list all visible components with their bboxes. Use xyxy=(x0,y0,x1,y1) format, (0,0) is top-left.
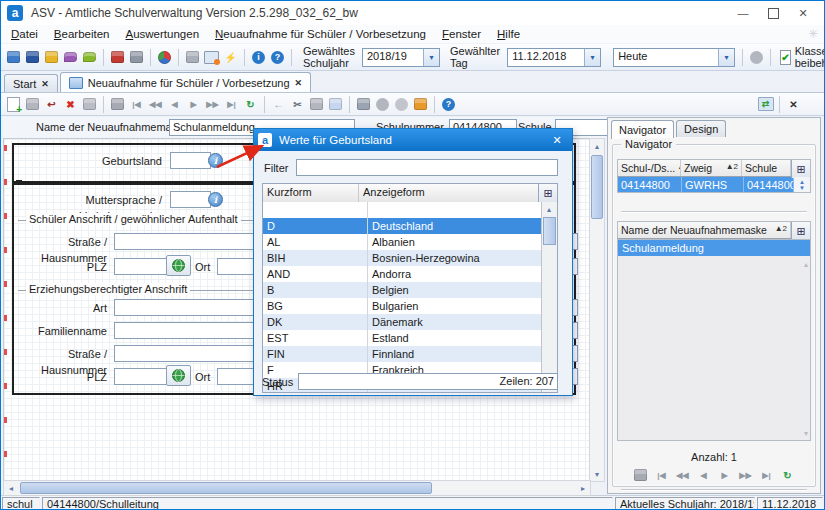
help-icon[interactable]: ? xyxy=(269,49,286,65)
classes-icon[interactable] xyxy=(24,49,41,65)
scroll-up-icon[interactable]: ▴ xyxy=(804,260,808,269)
new-record-icon[interactable] xyxy=(5,96,22,112)
scroll-down-icon[interactable]: ▾ xyxy=(804,429,808,438)
info-icon[interactable]: i xyxy=(250,49,267,65)
nav-prev-icon[interactable]: ◀ xyxy=(166,96,183,112)
plz-lookup-button[interactable] xyxy=(166,255,191,276)
nav-fast-next-icon[interactable]: ▶▶ xyxy=(737,467,754,483)
undo-icon[interactable]: ↩ xyxy=(43,96,60,112)
dialog-close-button[interactable]: ✕ xyxy=(546,134,568,147)
plz2-field[interactable] xyxy=(114,368,169,385)
spin-down-icon[interactable]: ▼ xyxy=(799,185,805,191)
country-row[interactable]: ANDAndorra xyxy=(263,266,542,282)
nav-last-icon[interactable]: ▶| xyxy=(758,467,775,483)
dialog-scroll-thumb[interactable] xyxy=(543,217,556,245)
copy-pages-icon[interactable] xyxy=(184,49,201,65)
country-row[interactable]: BIHBosnien-Herzegowina xyxy=(263,250,542,266)
nav-first-icon[interactable]: |◀ xyxy=(653,467,670,483)
scroll-right-icon[interactable]: ▸ xyxy=(576,481,590,495)
close-button[interactable]: ✕ xyxy=(788,2,818,24)
tab-neuaufnahme[interactable]: Neuaufnahme für Schüler / Vorbesetzung ✕ xyxy=(60,72,311,92)
country-row[interactable]: ALAlbanien xyxy=(263,234,542,250)
country-row[interactable]: BGBulgarien xyxy=(263,298,542,314)
schuljahr-combo[interactable]: 2018/19 ▾ xyxy=(362,48,440,67)
discard-icon[interactable] xyxy=(81,96,98,112)
chat-bubble-purple-icon[interactable] xyxy=(62,49,79,65)
help-icon[interactable]: ? xyxy=(440,96,457,112)
minimize-button[interactable]: — xyxy=(728,2,758,24)
pie-chart-icon[interactable] xyxy=(156,49,173,65)
nav-first-icon[interactable]: |◀ xyxy=(128,96,145,112)
bell-icon[interactable] xyxy=(748,49,765,65)
close-panel-icon[interactable]: ✕ xyxy=(785,96,802,112)
country-row[interactable]: BBelgien xyxy=(263,282,542,298)
chevron-down-icon[interactable]: ▾ xyxy=(584,49,600,66)
close-icon[interactable]: ✕ xyxy=(41,79,49,89)
nav-fast-prev-icon[interactable]: ◀◀ xyxy=(674,467,691,483)
menu-item-neuaufnahme[interactable]: Neuaufnahme für Schüler / Vorbesetzung xyxy=(207,25,434,43)
vertical-scrollbar[interactable]: ▴ ▾ xyxy=(589,138,605,482)
table-config-button[interactable]: ⊞ xyxy=(791,222,810,240)
students-icon[interactable] xyxy=(5,49,22,65)
chevron-down-icon[interactable]: ▾ xyxy=(718,49,734,66)
country-row[interactable] xyxy=(263,202,542,218)
scroll-up-icon[interactable]: ▴ xyxy=(590,139,604,153)
country-row[interactable]: ESTEstland xyxy=(263,330,542,346)
notify-horn-icon[interactable] xyxy=(412,96,429,112)
country-row[interactable]: FINFinnland xyxy=(263,346,542,362)
nav-fast-next-icon[interactable]: ▶▶ xyxy=(204,96,221,112)
window-badge-icon[interactable] xyxy=(203,49,220,65)
menu-item-fenster[interactable]: Fenster xyxy=(434,25,489,43)
scroll-left-icon[interactable]: ◂ xyxy=(4,481,18,495)
nav-next-icon[interactable]: ▶ xyxy=(185,96,202,112)
kurzform-column-header[interactable]: Kurzform xyxy=(263,184,359,202)
nav-next-icon[interactable]: ▶ xyxy=(716,467,733,483)
back-icon[interactable]: ← xyxy=(270,96,287,112)
menu-item-auswertungen[interactable]: Auswertungen xyxy=(118,25,208,43)
zeitraum-combo[interactable]: Heute ▾ xyxy=(613,48,735,67)
column-header[interactable]: Zweig▲2 xyxy=(681,160,742,176)
horizontal-scroll-thumb[interactable] xyxy=(20,482,432,494)
paste-icon[interactable] xyxy=(327,96,344,112)
nav-fast-prev-icon[interactable]: ◀◀ xyxy=(147,96,164,112)
work-folder-icon[interactable] xyxy=(109,96,126,112)
muttersprache-info-icon[interactable]: i xyxy=(208,192,223,207)
save-icon[interactable] xyxy=(24,96,41,112)
tag-combo[interactable]: 11.12.2018 ▾ xyxy=(507,48,601,67)
vertical-scroll-thumb[interactable] xyxy=(591,155,603,219)
tab-navigator[interactable]: Navigator xyxy=(611,120,674,139)
close-icon[interactable]: ✕ xyxy=(295,78,303,88)
anzeigeform-column-header[interactable]: Anzeigeform xyxy=(359,184,538,202)
muttersprache-field[interactable] xyxy=(170,191,211,208)
teachers-icon[interactable] xyxy=(43,49,60,65)
work-folder-icon[interactable] xyxy=(632,467,649,483)
preview-icon[interactable] xyxy=(374,96,391,112)
plz-field[interactable] xyxy=(114,258,169,275)
column-header[interactable]: Schul-/Ds...▲1 xyxy=(618,160,681,176)
maske-column-header[interactable]: Name der Neuaufnahmemaske ▲2 xyxy=(618,222,791,238)
scroll-up-icon[interactable]: ▴ xyxy=(542,202,556,216)
menu-item-datei[interactable]: Datei xyxy=(3,25,46,43)
hint-bulb-icon[interactable] xyxy=(393,96,410,112)
lightning-icon[interactable]: ⚡ xyxy=(222,49,239,65)
country-row[interactable]: DDeutschland xyxy=(263,218,542,234)
copy-icon[interactable] xyxy=(308,96,325,112)
scroll-down-icon[interactable]: ▾ xyxy=(590,467,604,481)
nav-prev-icon[interactable]: ◀ xyxy=(695,467,712,483)
dialog-scrollbar[interactable]: ▴ ▾ xyxy=(541,202,557,392)
printer-report-icon[interactable] xyxy=(128,49,145,65)
menu-item-bearbeiten[interactable]: Bearbeiten xyxy=(46,25,118,43)
tab-design[interactable]: Design xyxy=(676,120,726,137)
school-row[interactable]: 04144800GWRHS04144800▲▼ xyxy=(617,177,811,193)
maske-list-item[interactable]: Schulanmeldung xyxy=(618,240,810,256)
geburtsland-info-icon[interactable]: i xyxy=(208,153,223,168)
chat-bubble-green-icon[interactable] xyxy=(81,49,98,65)
dialog-title-bar[interactable]: a Werte für Geburtsland ✕ xyxy=(254,129,572,151)
print-icon[interactable] xyxy=(355,96,372,112)
menu-item-hilfe[interactable]: Hilfe xyxy=(489,25,528,43)
column-header[interactable]: Schule xyxy=(742,160,791,176)
horizontal-scrollbar[interactable]: ◂ ▸ xyxy=(3,480,591,496)
nav-last-icon[interactable]: ▶| xyxy=(223,96,240,112)
klasse-beibehalten-checkbox[interactable]: ✔ Klasse beibehalten xyxy=(780,45,825,69)
table-config-button[interactable]: ⊞ xyxy=(791,160,810,178)
